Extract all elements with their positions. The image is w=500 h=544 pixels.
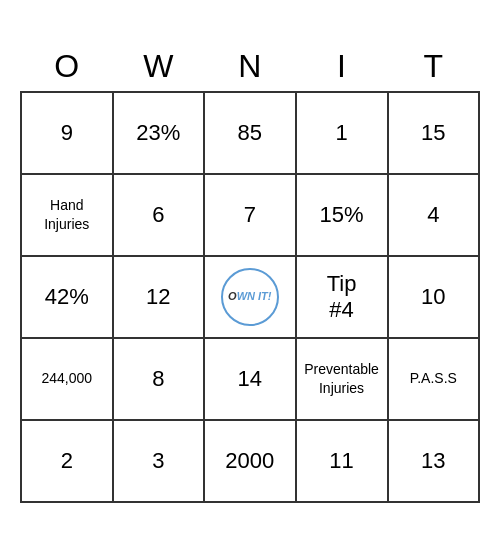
cell-text-0-0: 9 <box>61 120 73 145</box>
cell-text-4-0: 2 <box>61 448 73 473</box>
cell-1-1: 6 <box>113 174 204 256</box>
cell-0-4: 15 <box>388 92 480 174</box>
row-0: 923%85115 <box>21 92 479 174</box>
cell-text-1-3: 15% <box>320 202 364 227</box>
cell-text-1-2: 7 <box>244 202 256 227</box>
cell-text-2-3: #4 <box>329 297 353 322</box>
cell-text-3-3: Injuries <box>319 380 364 396</box>
cell-text-4-2: 2000 <box>225 448 274 473</box>
cell-3-1: 8 <box>113 338 204 420</box>
cell-0-3: 1 <box>296 92 388 174</box>
cell-text-0-1: 23% <box>136 120 180 145</box>
row-4: 2320001113 <box>21 420 479 502</box>
header-t: T <box>388 42 480 92</box>
header-o: O <box>21 42 113 92</box>
cell-text-1-1: 6 <box>152 202 164 227</box>
cell-text-4-3: 11 <box>329 448 353 473</box>
cell-0-0: 9 <box>21 92 113 174</box>
row-2: 42%12OWN IT!Tip#410 <box>21 256 479 338</box>
cell-text-0-3: 1 <box>335 120 347 145</box>
cell-3-0: 244,000 <box>21 338 113 420</box>
logo-text: OWN IT! <box>228 290 271 302</box>
cell-text-4-4: 13 <box>421 448 445 473</box>
cell-2-3: Tip#4 <box>296 256 388 338</box>
header-n: N <box>204 42 296 92</box>
cell-4-2: 2000 <box>204 420 296 502</box>
cell-4-3: 11 <box>296 420 388 502</box>
cell-text-3-3: Preventable <box>304 361 379 377</box>
cell-text-3-0: 244,000 <box>41 370 92 386</box>
cell-text-1-0: Hand <box>50 197 83 213</box>
cell-4-1: 3 <box>113 420 204 502</box>
cell-text-3-2: 14 <box>238 366 262 391</box>
cell-1-3: 15% <box>296 174 388 256</box>
bingo-table: OWNIT 923%85115HandInjuries6715%442%12OW… <box>20 42 480 503</box>
row-3: 244,000814PreventableInjuriesP.A.S.S <box>21 338 479 420</box>
cell-2-1: 12 <box>113 256 204 338</box>
cell-1-2: 7 <box>204 174 296 256</box>
cell-2-0: 42% <box>21 256 113 338</box>
cell-1-4: 4 <box>388 174 480 256</box>
cell-2-2: OWN IT! <box>204 256 296 338</box>
cell-text-0-2: 85 <box>238 120 262 145</box>
cell-text-2-4: 10 <box>421 284 445 309</box>
cell-3-3: PreventableInjuries <box>296 338 388 420</box>
cell-text-3-1: 8 <box>152 366 164 391</box>
own-it-logo: OWN IT! <box>221 268 279 326</box>
cell-text-2-1: 12 <box>146 284 170 309</box>
header-i: I <box>296 42 388 92</box>
cell-text-2-3: Tip <box>327 271 357 296</box>
cell-text-4-1: 3 <box>152 448 164 473</box>
cell-0-1: 23% <box>113 92 204 174</box>
cell-text-1-4: 4 <box>427 202 439 227</box>
cell-text-3-4: P.A.S.S <box>410 370 457 386</box>
cell-text-2-0: 42% <box>45 284 89 309</box>
cell-1-0: HandInjuries <box>21 174 113 256</box>
header-w: W <box>113 42 204 92</box>
cell-4-4: 13 <box>388 420 480 502</box>
header-row: OWNIT <box>21 42 479 92</box>
cell-3-2: 14 <box>204 338 296 420</box>
cell-4-0: 2 <box>21 420 113 502</box>
cell-3-4: P.A.S.S <box>388 338 480 420</box>
cell-text-0-4: 15 <box>421 120 445 145</box>
row-1: HandInjuries6715%4 <box>21 174 479 256</box>
cell-text-1-0: Injuries <box>44 216 89 232</box>
cell-2-4: 10 <box>388 256 480 338</box>
cell-0-2: 85 <box>204 92 296 174</box>
